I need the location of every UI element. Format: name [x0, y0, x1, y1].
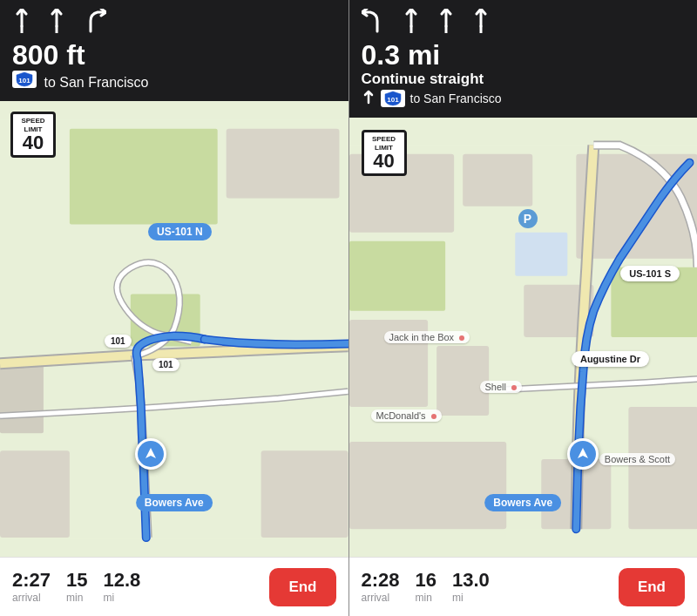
nav-indicator-left — [135, 438, 166, 470]
speed-limit-sign-left: SPEEDLIMIT 40 — [10, 112, 56, 158]
svg-rect-23 — [436, 346, 489, 416]
panel-left: 800 ft 101 to San Francisco — [0, 0, 348, 616]
nav-instruction-left: 101 to San Francisco — [12, 71, 336, 91]
nav-distance-right: 0.3 mi — [362, 40, 686, 71]
min-stat-right: 16 min — [416, 570, 436, 603]
svg-rect-4 — [227, 129, 340, 199]
panel-right: 0.3 mi Continue straight 101 to San Fran… — [349, 0, 698, 616]
parking-icon: P — [518, 209, 538, 228]
arrow-3-left — [82, 9, 106, 33]
small-instruction-text-right: to San Francisco — [410, 91, 502, 105]
min-value-right: 16 — [416, 570, 436, 591]
nav-indicator-right — [567, 438, 599, 470]
arrow-2-left — [47, 9, 66, 33]
svg-rect-16 — [463, 154, 532, 206]
svg-rect-5 — [0, 450, 70, 538]
highway-label-us101n: US-101 N — [148, 223, 212, 240]
map-area-right: SPEEDLIMIT 40 P US-101 S Augustine Dr Ja… — [349, 118, 698, 557]
nav-header-right: 0.3 mi Continue straight 101 to San Fran… — [349, 0, 698, 118]
shell-label: Shell — [480, 381, 523, 393]
arrival-value-left: 2:27 — [12, 570, 51, 591]
mi-value-left: 12.8 — [104, 570, 141, 591]
min-stat-left: 15 min — [66, 570, 87, 603]
highway-label-us101s: US-101 S — [620, 266, 680, 281]
turn-arrows-left — [12, 9, 336, 33]
min-label-left: min — [66, 592, 83, 604]
svg-text:101: 101 — [387, 96, 399, 104]
bowers-ave-label-left: Bowers Ave — [136, 494, 213, 511]
turn-arrows-right — [362, 9, 686, 33]
arrival-label-left: arrival — [12, 592, 41, 604]
svg-rect-20 — [628, 407, 697, 529]
mi-value-right: 13.0 — [452, 570, 490, 591]
nav-instruction-right: Continue straight — [362, 71, 686, 88]
mcdonalds-label: McDonald's — [371, 410, 442, 422]
nav-distance-left: 800 ft — [12, 40, 336, 71]
speed-limit-sign-right: SPEEDLIMIT 40 — [362, 130, 407, 176]
arrow-2-right — [402, 9, 421, 33]
map-area-left: SPEEDLIMIT 40 US-101 N 101 101 Bowers Av… — [0, 101, 348, 557]
bottom-bar-right: 2:28 arrival 16 min 13.0 mi End — [349, 557, 698, 616]
svg-rect-24 — [349, 241, 445, 311]
bowers-ave-label-right: Bowers Ave — [484, 494, 561, 511]
speed-limit-number-right: 40 — [369, 152, 399, 171]
bowers-scott-label: Bowers & Scott — [599, 453, 675, 465]
small-instruction-right: 101 to San Francisco — [362, 90, 686, 107]
arrival-stat-left: 2:27 arrival — [12, 570, 51, 603]
end-button-left[interactable]: End — [269, 568, 335, 606]
arrival-value-right: 2:28 — [362, 570, 400, 591]
svg-rect-8 — [70, 129, 218, 225]
jack-in-the-box-label: Jack in the Box — [384, 331, 470, 343]
svg-rect-26 — [515, 233, 567, 276]
mi-label-right: mi — [452, 592, 464, 604]
svg-rect-18 — [349, 442, 506, 529]
arrow-4-right — [471, 9, 491, 33]
arrow-1-left — [12, 9, 31, 33]
highway-label-101-left2: 101 — [152, 358, 179, 371]
augustine-dr-label: Augustine Dr — [572, 351, 649, 367]
mi-stat-left: 12.8 mi — [104, 570, 141, 603]
min-value-left: 15 — [66, 570, 87, 591]
nav-instruction-text-left: to San Francisco — [44, 75, 148, 90]
svg-rect-7 — [0, 364, 44, 434]
highway-label-101-left: 101 — [105, 335, 132, 348]
nav-header-left: 800 ft 101 to San Francisco — [0, 0, 348, 101]
arrow-3-right — [436, 9, 456, 33]
bottom-bar-left: 2:27 arrival 15 min 12.8 mi End — [0, 557, 348, 616]
end-button-right[interactable]: End — [619, 568, 685, 606]
arrival-stat-right: 2:28 arrival — [362, 570, 400, 603]
svg-text:101: 101 — [18, 77, 30, 85]
arrival-label-right: arrival — [362, 592, 390, 604]
svg-rect-6 — [261, 450, 348, 538]
arrow-1-right — [362, 9, 386, 33]
speed-limit-number-left: 40 — [18, 133, 48, 152]
mi-label-left: mi — [104, 592, 115, 604]
mi-stat-right: 13.0 mi — [452, 570, 490, 603]
min-label-right: min — [416, 592, 432, 604]
